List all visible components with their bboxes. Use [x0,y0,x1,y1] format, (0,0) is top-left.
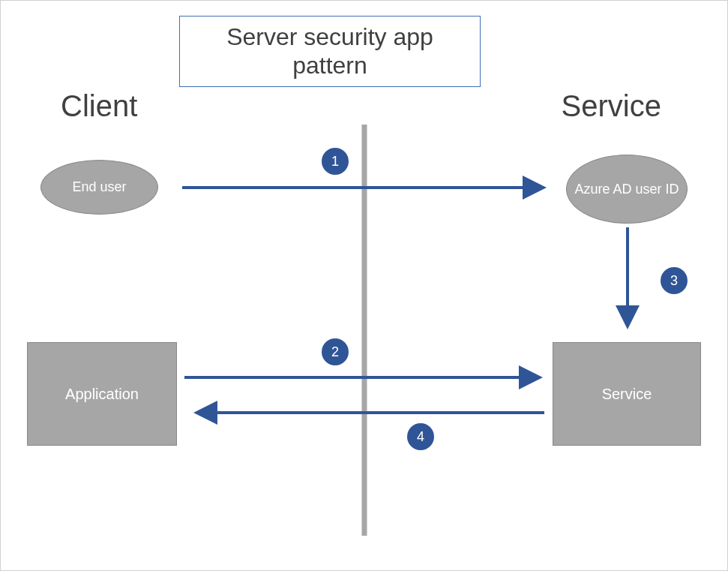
node-azure-ad-user-id-label: Azure AD user ID [574,181,679,198]
node-application-label: Application [65,386,139,403]
step-label-1: 1 [331,154,339,170]
step-circle-1: 1 [322,148,349,175]
node-azure-ad-user-id: Azure AD user ID [566,155,688,224]
node-end-user: End user [40,160,158,215]
step-circle-3: 3 [661,267,688,294]
diagram-title-text: Server security app pattern [226,23,433,79]
node-end-user-label: End user [72,179,126,196]
section-heading-service-text: Service [562,89,661,122]
step-label-3: 3 [670,273,678,289]
node-service-label: Service [602,386,652,403]
section-heading-client-text: Client [61,89,137,122]
step-circle-2: 2 [322,338,349,365]
node-service: Service [553,342,701,446]
step-label-2: 2 [331,344,339,360]
step-circle-4: 4 [407,423,434,450]
diagram-title: Server security app pattern [179,16,481,87]
section-heading-service: Service [562,91,661,121]
diagram-canvas: Server security app pattern Client Servi… [0,0,728,571]
node-application: Application [27,342,177,446]
section-heading-client: Client [61,91,137,121]
